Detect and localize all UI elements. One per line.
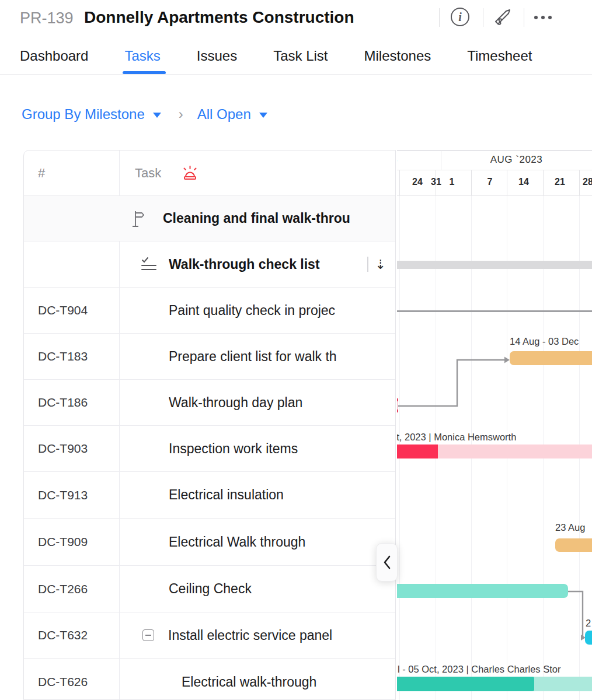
project-gantt-page: PR-139 Donnelly Apartments Construction …: [0, 0, 592, 700]
milestone-flag-icon: [130, 209, 145, 228]
task-label: Prepare client list for walk th: [169, 349, 337, 365]
week-tick: 21: [547, 177, 573, 187]
tab-tasks[interactable]: Tasks: [124, 43, 160, 70]
progress-fill: [397, 444, 438, 459]
module-tabs: Dashboard Tasks Issues Task List Milesto…: [20, 43, 592, 70]
task-bar-t183[interactable]: [510, 351, 592, 365]
chevron-down-icon: [153, 113, 161, 118]
task-table-panel: # Task: [23, 150, 396, 700]
week-tick: 1: [439, 177, 465, 187]
collapse-subtasks-icon[interactable]: [142, 629, 154, 641]
task-bar-t186-edge: [397, 398, 398, 412]
more-options-icon[interactable]: [534, 13, 560, 22]
task-alert-icon[interactable]: [181, 164, 199, 183]
task-row[interactable]: DC-T904 Paint quality check in projec: [24, 288, 395, 334]
tab-issues[interactable]: Issues: [197, 43, 237, 70]
task-row[interactable]: DC-T909 Electrical Walk through: [24, 519, 395, 566]
prev-month-label-fragment: 3: [397, 154, 399, 166]
bar-label: ct, 2023 | Monica Hemsworth: [397, 432, 592, 443]
tab-task-list[interactable]: Task List: [273, 43, 328, 70]
task-bar-t632[interactable]: [585, 631, 592, 645]
task-id: DC-T626: [24, 675, 119, 689]
chevron-left-icon: [383, 555, 391, 569]
bar-label: l - 05 Oct, 2023 | Charles Charles Stor: [398, 664, 592, 675]
task-label: Electrical walk-through: [182, 674, 316, 690]
column-header-id: #: [24, 166, 119, 181]
divider: [524, 8, 524, 27]
task-id: DC-T913: [24, 488, 119, 502]
column-header-task: Task: [135, 166, 161, 181]
week-tick: 7: [477, 177, 503, 187]
tasklist-row[interactable]: Walk-through check list ⇣: [24, 242, 395, 288]
task-id: DC-T903: [24, 442, 119, 456]
milestone-row[interactable]: Cleaning and final walk-throu: [24, 196, 395, 242]
task-row[interactable]: DC-T266 Ceiling Check: [24, 566, 395, 612]
progress-fill: [397, 677, 534, 691]
breadcrumb-separator: ›: [179, 106, 183, 123]
gantt-top-border: [397, 150, 592, 151]
signature-icon[interactable]: [492, 8, 513, 27]
task-id: DC-T909: [24, 535, 119, 549]
task-id: DC-T904: [24, 303, 119, 317]
task-label: Electrical insulation: [169, 487, 284, 503]
tasklist-summary-bar[interactable]: [397, 261, 592, 269]
task-label: Electrical Walk through: [169, 534, 305, 550]
view-filter-dropdown[interactable]: All Open: [197, 106, 267, 123]
task-label: Install electric service panel: [168, 628, 332, 643]
task-row[interactable]: DC-T913 Electrical insulation: [24, 472, 395, 519]
project-id: PR-139: [20, 9, 74, 27]
header-divider: [397, 195, 592, 196]
tab-dashboard[interactable]: Dashboard: [20, 43, 88, 70]
tasklist-icon: [141, 257, 157, 272]
divider: [367, 257, 368, 272]
group-by-dropdown[interactable]: Group By Milestone: [22, 106, 161, 123]
task-row[interactable]: DC-T186 Walk-through day plan: [24, 380, 395, 426]
header-divider: [397, 170, 592, 170]
bar-label: 2: [586, 618, 592, 629]
project-header: PR-139 Donnelly Apartments Construction …: [0, 0, 592, 36]
task-row[interactable]: DC-T183 Prepare client list for walk th: [24, 334, 395, 380]
week-tick: 28: [575, 177, 592, 187]
info-icon[interactable]: i: [451, 8, 469, 26]
task-id: DC-T266: [24, 582, 119, 596]
tasklist-label: Walk-through check list: [169, 257, 320, 272]
task-id: DC-T183: [24, 349, 119, 363]
divider: [483, 8, 483, 27]
bar-label: 14 Aug - 03 Dec: [510, 336, 592, 347]
tab-timesheet[interactable]: Timesheet: [467, 43, 532, 70]
task-row[interactable]: DC-T632 Install electric service panel: [24, 612, 395, 659]
task-row[interactable]: DC-T903 Inspection work items: [24, 426, 395, 472]
dependency-connectors: [397, 150, 592, 700]
page-title: Donnelly Apartments Construction: [84, 8, 354, 27]
tab-milestones[interactable]: Milestones: [364, 43, 431, 70]
task-id: DC-T632: [24, 628, 119, 642]
milestone-label: Cleaning and final walk-throu: [163, 211, 350, 226]
task-label: Ceiling Check: [169, 581, 252, 597]
divider: [439, 8, 440, 27]
task-bar-t626[interactable]: [397, 677, 592, 691]
subtask-row[interactable]: DC-T626 Electrical walk-through: [24, 659, 395, 700]
collapse-panel-button[interactable]: [376, 543, 398, 582]
task-bar-t904-line[interactable]: [397, 310, 592, 312]
gantt-chart: 3 AUG `2023 24 31 1 7 14 21 28 14 Aug - …: [397, 150, 592, 700]
task-label: Walk-through day plan: [169, 395, 302, 411]
week-tick: 14: [511, 177, 537, 187]
chevron-down-icon: [259, 113, 267, 118]
task-id: DC-T186: [24, 396, 119, 410]
task-bar-t266[interactable]: [397, 584, 568, 598]
filter-bar: Group By Milestone › All Open: [22, 105, 267, 124]
bar-label: 23 Aug: [555, 522, 592, 533]
task-bar-t909[interactable]: [555, 538, 592, 552]
task-label: Inspection work items: [169, 441, 298, 457]
scroll-to-bar-icon[interactable]: ⇣: [375, 257, 386, 272]
table-header-row: # Task: [24, 150, 395, 196]
month-header: AUG `2023: [441, 154, 592, 166]
tabs-divider: [0, 74, 592, 75]
task-label: Paint quality check in projec: [169, 303, 335, 318]
task-bar-t903[interactable]: [397, 444, 592, 459]
